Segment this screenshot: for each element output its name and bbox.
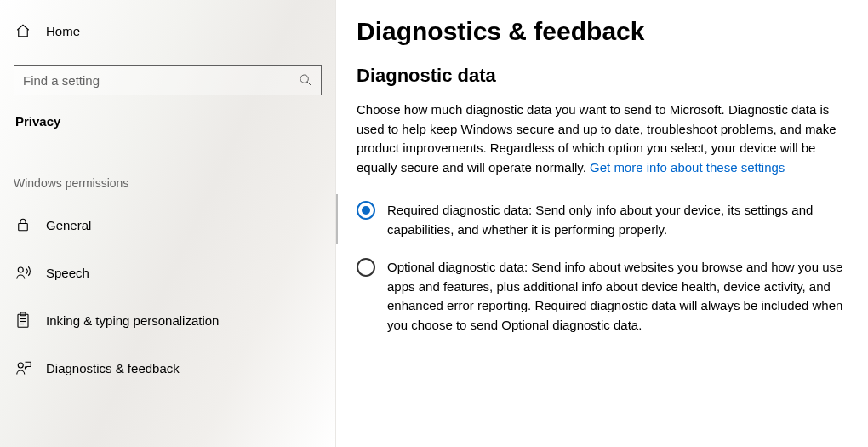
subheader-windows-permissions: Windows permissions (0, 129, 335, 197)
page-title: Diagnostics & feedback (357, 17, 854, 46)
radio-button-icon (357, 258, 375, 277)
option-label: Required diagnostic data: Send only info… (387, 201, 854, 239)
home-icon (15, 23, 32, 38)
sidebar-item-diagnostics[interactable]: Diagnostics & feedback (0, 348, 335, 387)
section-description: Choose how much diagnostic data you want… (357, 100, 854, 177)
sidebar-item-inking[interactable]: Inking & typing personalization (0, 301, 335, 340)
feedback-icon (15, 360, 34, 375)
nav-home[interactable]: Home (0, 0, 335, 49)
lock-icon (15, 217, 34, 232)
search-input[interactable]: Find a setting (14, 65, 322, 95)
option-optional[interactable]: Optional diagnostic data: Send info abou… (357, 258, 854, 335)
svg-line-1 (307, 82, 311, 85)
more-info-link[interactable]: Get more info about these settings (590, 160, 785, 175)
scrollbar-thumb[interactable] (336, 194, 338, 244)
svg-rect-4 (18, 314, 28, 327)
sidebar-item-label: Inking & typing personalization (46, 313, 219, 328)
sidebar: Home Find a setting Privacy Windows perm… (0, 0, 336, 447)
svg-point-3 (18, 267, 23, 272)
sidebar-item-speech[interactable]: Speech (0, 253, 335, 292)
diagnostic-options: Required diagnostic data: Send only info… (357, 201, 854, 335)
svg-point-0 (300, 75, 308, 83)
radio-button-icon (357, 201, 375, 220)
sidebar-item-label: Speech (46, 266, 89, 280)
sidebar-item-label: Diagnostics & feedback (46, 361, 180, 375)
clipboard-icon (15, 312, 34, 329)
search-icon (299, 73, 312, 87)
content-pane: Diagnostics & feedback Diagnostic data C… (336, 0, 868, 447)
search-placeholder: Find a setting (23, 73, 299, 88)
svg-point-9 (18, 363, 23, 368)
nav-home-label: Home (46, 24, 80, 38)
sidebar-item-label: General (46, 218, 91, 232)
svg-rect-2 (19, 224, 28, 231)
sidebar-item-general[interactable]: General (0, 205, 335, 244)
option-required[interactable]: Required diagnostic data: Send only info… (357, 201, 854, 239)
category-title: Privacy (0, 95, 335, 129)
option-label: Optional diagnostic data: Send info abou… (387, 258, 854, 335)
section-title: Diagnostic data (357, 65, 854, 87)
speech-icon (15, 265, 34, 280)
